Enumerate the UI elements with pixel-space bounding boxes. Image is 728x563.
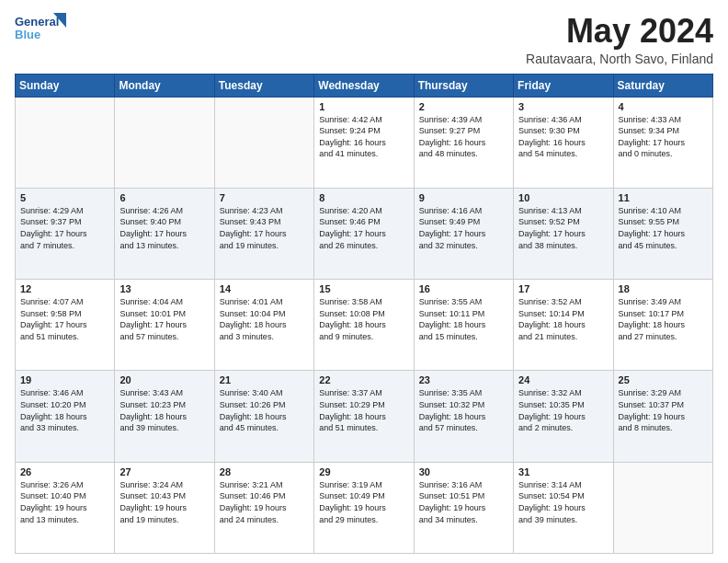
day-info: Sunrise: 3:16 AM Sunset: 10:51 PM Daylig… [419,479,508,525]
day-number: 1 [319,101,408,112]
day-info: Sunrise: 3:26 AM Sunset: 10:40 PM Daylig… [20,479,109,525]
day-info: Sunrise: 3:19 AM Sunset: 10:49 PM Daylig… [319,479,408,525]
svg-text:General: General [15,15,59,29]
day-number: 24 [518,374,608,385]
table-row: 23Sunrise: 3:35 AM Sunset: 10:32 PM Dayl… [414,371,513,462]
table-row: 31Sunrise: 3:14 AM Sunset: 10:54 PM Dayl… [514,462,613,553]
day-info: Sunrise: 4:26 AM Sunset: 9:40 PM Dayligh… [119,205,209,251]
table-row: 6Sunrise: 4:26 AM Sunset: 9:40 PM Daylig… [115,188,214,279]
table-row [16,97,115,188]
day-info: Sunrise: 4:39 AM Sunset: 9:27 PM Dayligh… [419,114,508,160]
day-number: 4 [619,101,708,112]
table-row: 30Sunrise: 3:16 AM Sunset: 10:51 PM Dayl… [414,462,513,553]
calendar-table: Sunday Monday Tuesday Wednesday Thursday… [15,74,713,554]
day-number: 10 [518,192,608,203]
day-info: Sunrise: 4:07 AM Sunset: 9:58 PM Dayligh… [20,296,109,342]
day-info: Sunrise: 4:01 AM Sunset: 10:04 PM Daylig… [220,296,309,342]
day-info: Sunrise: 4:42 AM Sunset: 9:24 PM Dayligh… [319,114,408,160]
day-number: 31 [518,466,608,477]
table-row: 2Sunrise: 4:39 AM Sunset: 9:27 PM Daylig… [414,97,513,188]
col-sunday: Sunday [16,74,115,97]
day-number: 6 [119,192,209,203]
day-info: Sunrise: 4:29 AM Sunset: 9:37 PM Dayligh… [20,205,109,251]
table-row: 15Sunrise: 3:58 AM Sunset: 10:08 PM Dayl… [314,280,414,371]
table-row: 25Sunrise: 3:29 AM Sunset: 10:37 PM Dayl… [613,371,712,462]
day-info: Sunrise: 4:33 AM Sunset: 9:34 PM Dayligh… [619,114,708,160]
day-number: 7 [220,192,309,203]
day-info: Sunrise: 3:24 AM Sunset: 10:43 PM Daylig… [119,479,209,525]
day-number: 13 [119,283,209,294]
table-row: 28Sunrise: 3:21 AM Sunset: 10:46 PM Dayl… [214,462,313,553]
page-title: May 2024 [526,13,713,50]
table-row: 16Sunrise: 3:55 AM Sunset: 10:11 PM Dayl… [414,280,513,371]
calendar-header: Sunday Monday Tuesday Wednesday Thursday… [16,74,713,97]
day-info: Sunrise: 4:16 AM Sunset: 9:49 PM Dayligh… [419,205,508,251]
day-number: 5 [20,192,109,203]
day-number: 16 [419,283,508,294]
page-subtitle: Rautavaara, North Savo, Finland [526,52,713,66]
table-row: 4Sunrise: 4:33 AM Sunset: 9:34 PM Daylig… [613,97,712,188]
table-row: 18Sunrise: 3:49 AM Sunset: 10:17 PM Dayl… [613,280,712,371]
day-info: Sunrise: 3:37 AM Sunset: 10:29 PM Daylig… [319,387,408,433]
table-row: 27Sunrise: 3:24 AM Sunset: 10:43 PM Dayl… [115,462,214,553]
table-row: 11Sunrise: 4:10 AM Sunset: 9:55 PM Dayli… [613,188,712,279]
table-row [613,462,712,553]
day-info: Sunrise: 3:58 AM Sunset: 10:08 PM Daylig… [319,296,408,342]
day-info: Sunrise: 3:52 AM Sunset: 10:14 PM Daylig… [518,296,608,342]
day-info: Sunrise: 3:14 AM Sunset: 10:54 PM Daylig… [518,479,608,525]
table-row: 21Sunrise: 3:40 AM Sunset: 10:26 PM Dayl… [214,371,313,462]
day-number: 2 [419,101,508,112]
day-info: Sunrise: 4:13 AM Sunset: 9:52 PM Dayligh… [518,205,608,251]
svg-text:Blue: Blue [15,28,40,41]
table-row [115,97,214,188]
day-info: Sunrise: 3:40 AM Sunset: 10:26 PM Daylig… [220,387,309,433]
day-number: 28 [220,466,309,477]
table-row: 7Sunrise: 4:23 AM Sunset: 9:43 PM Daylig… [214,188,313,279]
day-number: 26 [20,466,109,477]
table-row: 3Sunrise: 4:36 AM Sunset: 9:30 PM Daylig… [514,97,613,188]
day-info: Sunrise: 3:32 AM Sunset: 10:35 PM Daylig… [518,387,608,433]
col-thursday: Thursday [414,74,513,97]
page-header: GeneralBlue May 2024 Rautavaara, North S… [15,13,713,66]
day-number: 3 [518,101,608,112]
table-row: 1Sunrise: 4:42 AM Sunset: 9:24 PM Daylig… [314,97,414,188]
table-row: 24Sunrise: 3:32 AM Sunset: 10:35 PM Dayl… [514,371,613,462]
day-number: 17 [518,283,608,294]
day-info: Sunrise: 3:55 AM Sunset: 10:11 PM Daylig… [419,296,508,342]
logo: GeneralBlue [15,13,66,44]
col-wednesday: Wednesday [314,74,414,97]
col-friday: Friday [514,74,613,97]
day-info: Sunrise: 3:29 AM Sunset: 10:37 PM Daylig… [619,387,708,433]
day-number: 27 [119,466,209,477]
day-info: Sunrise: 4:36 AM Sunset: 9:30 PM Dayligh… [518,114,608,160]
logo-icon: GeneralBlue [15,13,66,44]
day-number: 11 [619,192,708,203]
day-number: 25 [619,374,708,385]
day-info: Sunrise: 3:21 AM Sunset: 10:46 PM Daylig… [220,479,309,525]
day-info: Sunrise: 4:20 AM Sunset: 9:46 PM Dayligh… [319,205,408,251]
day-info: Sunrise: 4:10 AM Sunset: 9:55 PM Dayligh… [619,205,708,251]
day-info: Sunrise: 3:43 AM Sunset: 10:23 PM Daylig… [119,387,209,433]
table-row: 26Sunrise: 3:26 AM Sunset: 10:40 PM Dayl… [16,462,115,553]
day-number: 29 [319,466,408,477]
table-row: 9Sunrise: 4:16 AM Sunset: 9:49 PM Daylig… [414,188,513,279]
table-row: 12Sunrise: 4:07 AM Sunset: 9:58 PM Dayli… [16,280,115,371]
day-number: 20 [119,374,209,385]
day-number: 30 [419,466,508,477]
table-row [214,97,313,188]
title-area: May 2024 Rautavaara, North Savo, Finland [526,13,713,66]
col-tuesday: Tuesday [214,74,313,97]
day-number: 19 [20,374,109,385]
table-row: 8Sunrise: 4:20 AM Sunset: 9:46 PM Daylig… [314,188,414,279]
day-number: 12 [20,283,109,294]
table-row: 10Sunrise: 4:13 AM Sunset: 9:52 PM Dayli… [514,188,613,279]
day-info: Sunrise: 4:04 AM Sunset: 10:01 PM Daylig… [119,296,209,342]
table-row: 5Sunrise: 4:29 AM Sunset: 9:37 PM Daylig… [16,188,115,279]
table-row: 29Sunrise: 3:19 AM Sunset: 10:49 PM Dayl… [314,462,414,553]
day-number: 18 [619,283,708,294]
table-row: 13Sunrise: 4:04 AM Sunset: 10:01 PM Dayl… [115,280,214,371]
day-number: 23 [419,374,508,385]
day-info: Sunrise: 3:49 AM Sunset: 10:17 PM Daylig… [619,296,708,342]
day-number: 9 [419,192,508,203]
col-monday: Monday [115,74,214,97]
